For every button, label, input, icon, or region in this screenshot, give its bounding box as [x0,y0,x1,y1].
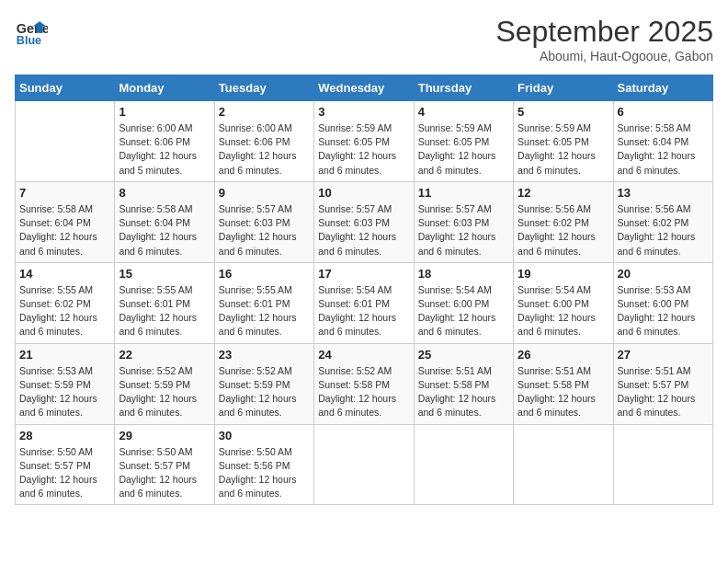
calendar-cell: 22Sunrise: 5:52 AM Sunset: 5:59 PM Dayli… [115,343,214,424]
week-row-1: 1Sunrise: 6:00 AM Sunset: 6:06 PM Daylig… [16,101,713,182]
calendar-cell: 24Sunrise: 5:52 AM Sunset: 5:58 PM Dayli… [314,343,414,424]
col-header-thursday: Thursday [414,75,513,101]
calendar-cell: 15Sunrise: 5:55 AM Sunset: 6:01 PM Dayli… [115,262,214,343]
calendar-cell: 27Sunrise: 5:51 AM Sunset: 5:57 PM Dayli… [613,343,712,424]
col-header-saturday: Saturday [613,75,712,101]
week-row-2: 7Sunrise: 5:58 AM Sunset: 6:04 PM Daylig… [16,181,713,262]
day-info: Sunrise: 5:55 AM Sunset: 6:01 PM Dayligh… [119,283,210,339]
day-info: Sunrise: 5:53 AM Sunset: 5:59 PM Dayligh… [19,364,110,420]
calendar-cell: 8Sunrise: 5:58 AM Sunset: 6:04 PM Daylig… [115,181,214,262]
day-info: Sunrise: 5:54 AM Sunset: 6:00 PM Dayligh… [518,283,609,339]
day-info: Sunrise: 5:52 AM Sunset: 5:58 PM Dayligh… [318,364,409,420]
day-info: Sunrise: 5:58 AM Sunset: 6:04 PM Dayligh… [19,202,110,259]
calendar-cell: 30Sunrise: 5:50 AM Sunset: 5:56 PM Dayli… [214,424,313,505]
month-title: September 2025 [495,15,713,49]
col-header-monday: Monday [115,75,214,101]
day-number: 19 [518,267,609,281]
day-number: 22 [119,348,210,362]
col-header-tuesday: Tuesday [214,75,313,101]
day-number: 23 [219,348,310,362]
day-number: 24 [318,348,409,362]
calendar-cell [613,424,712,505]
day-info: Sunrise: 5:53 AM Sunset: 6:00 PM Dayligh… [618,283,709,339]
day-number: 21 [19,348,110,362]
calendar-cell: 12Sunrise: 5:56 AM Sunset: 6:02 PM Dayli… [514,181,613,262]
col-header-sunday: Sunday [16,75,115,101]
day-info: Sunrise: 5:59 AM Sunset: 6:05 PM Dayligh… [418,121,509,178]
day-number: 12 [518,186,609,200]
calendar-cell: 23Sunrise: 5:52 AM Sunset: 5:59 PM Dayli… [214,343,313,424]
day-number: 11 [418,186,509,200]
logo-icon: General Blue [15,15,48,48]
day-number: 2 [219,105,310,119]
day-info: Sunrise: 5:54 AM Sunset: 6:01 PM Dayligh… [318,283,409,339]
day-info: Sunrise: 5:58 AM Sunset: 6:04 PM Dayligh… [618,121,709,178]
calendar-table: SundayMondayTuesdayWednesdayThursdayFrid… [15,75,713,505]
calendar-cell: 13Sunrise: 5:56 AM Sunset: 6:02 PM Dayli… [613,181,712,262]
calendar-cell: 3Sunrise: 5:59 AM Sunset: 6:05 PM Daylig… [314,101,414,182]
day-number: 15 [119,267,210,281]
col-header-friday: Friday [514,75,613,101]
day-info: Sunrise: 6:00 AM Sunset: 6:06 PM Dayligh… [119,121,210,178]
day-info: Sunrise: 5:59 AM Sunset: 6:05 PM Dayligh… [518,121,609,178]
location-subtitle: Aboumi, Haut-Ogooue, Gabon [495,49,713,63]
svg-text:Blue: Blue [17,34,41,47]
calendar-cell: 19Sunrise: 5:54 AM Sunset: 6:00 PM Dayli… [514,262,613,343]
day-info: Sunrise: 5:51 AM Sunset: 5:58 PM Dayligh… [418,364,509,420]
calendar-cell: 25Sunrise: 5:51 AM Sunset: 5:58 PM Dayli… [414,343,513,424]
day-number: 29 [119,429,210,442]
day-info: Sunrise: 5:56 AM Sunset: 6:02 PM Dayligh… [518,202,609,259]
page-header: General Blue September 2025 Aboumi, Haut… [15,15,713,63]
day-number: 16 [219,267,310,281]
day-info: Sunrise: 5:56 AM Sunset: 6:02 PM Dayligh… [618,202,709,259]
calendar-cell: 18Sunrise: 5:54 AM Sunset: 6:00 PM Dayli… [414,262,513,343]
day-info: Sunrise: 5:59 AM Sunset: 6:05 PM Dayligh… [318,121,409,178]
calendar-cell [414,424,513,505]
calendar-cell: 16Sunrise: 5:55 AM Sunset: 6:01 PM Dayli… [214,262,313,343]
day-number: 26 [518,348,609,362]
day-info: Sunrise: 5:54 AM Sunset: 6:00 PM Dayligh… [418,283,509,339]
header-row: SundayMondayTuesdayWednesdayThursdayFrid… [16,75,713,101]
calendar-cell: 2Sunrise: 6:00 AM Sunset: 6:06 PM Daylig… [214,101,313,182]
calendar-cell [514,424,613,505]
day-number: 25 [418,348,509,362]
day-number: 17 [318,267,409,281]
day-info: Sunrise: 5:50 AM Sunset: 5:56 PM Dayligh… [219,445,310,501]
week-row-5: 28Sunrise: 5:50 AM Sunset: 5:57 PM Dayli… [16,424,713,505]
calendar-cell: 7Sunrise: 5:58 AM Sunset: 6:04 PM Daylig… [16,181,115,262]
day-number: 1 [119,105,210,119]
day-number: 13 [618,186,709,200]
day-number: 14 [19,267,110,281]
calendar-cell: 26Sunrise: 5:51 AM Sunset: 5:58 PM Dayli… [514,343,613,424]
title-block: September 2025 Aboumi, Haut-Ogooue, Gabo… [495,15,713,63]
week-row-3: 14Sunrise: 5:55 AM Sunset: 6:02 PM Dayli… [16,262,713,343]
calendar-cell: 5Sunrise: 5:59 AM Sunset: 6:05 PM Daylig… [514,101,613,182]
svg-text:General: General [17,21,48,36]
calendar-cell: 20Sunrise: 5:53 AM Sunset: 6:00 PM Dayli… [613,262,712,343]
day-info: Sunrise: 5:52 AM Sunset: 5:59 PM Dayligh… [119,364,210,420]
week-row-4: 21Sunrise: 5:53 AM Sunset: 5:59 PM Dayli… [16,343,713,424]
day-number: 18 [418,267,509,281]
logo: General Blue [15,15,48,48]
day-number: 8 [119,186,210,200]
day-info: Sunrise: 5:51 AM Sunset: 5:58 PM Dayligh… [518,364,609,420]
day-number: 6 [618,105,709,119]
day-info: Sunrise: 5:51 AM Sunset: 5:57 PM Dayligh… [618,364,709,420]
day-number: 30 [219,429,310,442]
day-number: 3 [318,105,409,119]
calendar-cell: 21Sunrise: 5:53 AM Sunset: 5:59 PM Dayli… [16,343,115,424]
col-header-wednesday: Wednesday [314,75,414,101]
calendar-cell: 10Sunrise: 5:57 AM Sunset: 6:03 PM Dayli… [314,181,414,262]
day-info: Sunrise: 5:50 AM Sunset: 5:57 PM Dayligh… [119,445,210,501]
day-info: Sunrise: 5:57 AM Sunset: 6:03 PM Dayligh… [318,202,409,259]
calendar-cell: 28Sunrise: 5:50 AM Sunset: 5:57 PM Dayli… [16,424,115,505]
calendar-cell: 6Sunrise: 5:58 AM Sunset: 6:04 PM Daylig… [613,101,712,182]
day-info: Sunrise: 5:50 AM Sunset: 5:57 PM Dayligh… [19,445,110,501]
calendar-cell: 4Sunrise: 5:59 AM Sunset: 6:05 PM Daylig… [414,101,513,182]
day-number: 20 [618,267,709,281]
day-info: Sunrise: 6:00 AM Sunset: 6:06 PM Dayligh… [219,121,310,178]
day-info: Sunrise: 5:55 AM Sunset: 6:01 PM Dayligh… [219,283,310,339]
calendar-cell: 11Sunrise: 5:57 AM Sunset: 6:03 PM Dayli… [414,181,513,262]
calendar-cell: 9Sunrise: 5:57 AM Sunset: 6:03 PM Daylig… [214,181,313,262]
calendar-cell [314,424,414,505]
